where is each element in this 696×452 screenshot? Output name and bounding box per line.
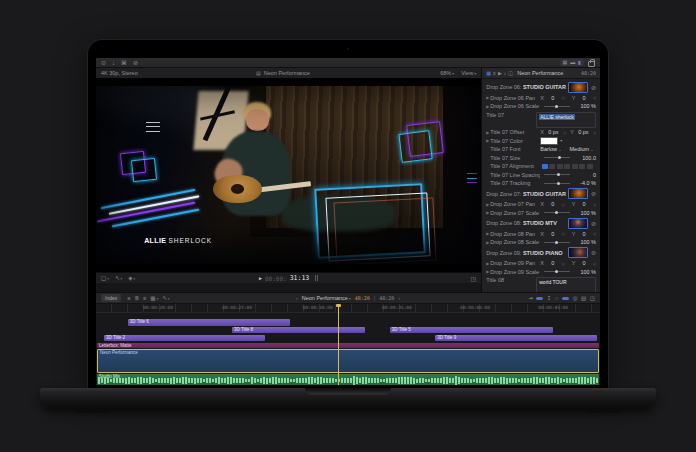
value-field[interactable]: 0 bbox=[583, 95, 586, 101]
text-input-field[interactable]: world TOUR bbox=[536, 277, 596, 292]
dropzone-thumbnail[interactable] bbox=[568, 82, 588, 93]
browser-toggle-icon[interactable]: ▦ bbox=[563, 59, 568, 66]
inspector-toggle-icon[interactable]: ▮ bbox=[578, 59, 581, 66]
alignment-button[interactable] bbox=[557, 164, 563, 169]
view-dropdown[interactable]: View bbox=[461, 70, 476, 76]
slider-value[interactable]: 0 bbox=[574, 172, 596, 178]
title-clip[interactable]: 3D Title 5 bbox=[390, 327, 553, 333]
zoom-level-dropdown[interactable]: 68% bbox=[440, 70, 454, 76]
sidebar-toggle-icon[interactable]: ⊙ bbox=[101, 58, 106, 68]
video-track: Neon Performance bbox=[96, 349, 600, 373]
matte-clip[interactable]: Letterbox: Matte bbox=[97, 343, 599, 348]
keyframe-icon[interactable]: ◇ bbox=[561, 202, 564, 207]
next-project-icon[interactable]: › bbox=[398, 295, 400, 301]
ruler-tick-label: 00:00:35:00 bbox=[382, 305, 412, 310]
title-inspector-tab-icon[interactable]: ≡ bbox=[493, 70, 496, 76]
timeline-project-title[interactable]: Neon Performance bbox=[302, 295, 351, 301]
value-field[interactable]: 0 bbox=[551, 231, 554, 237]
slider-value[interactable]: 100 % bbox=[574, 103, 596, 109]
slider-track[interactable] bbox=[544, 157, 570, 158]
keyframe-icon[interactable]: ◇ bbox=[593, 202, 596, 207]
clear-dropzone-icon[interactable]: ⊘ bbox=[591, 249, 596, 256]
color-dropdown-caret-icon[interactable]: ▾ bbox=[560, 138, 562, 143]
value-field[interactable]: 0 px bbox=[578, 129, 588, 135]
value-field[interactable]: 0 bbox=[551, 201, 554, 207]
keyframe-icon[interactable]: ◇ bbox=[561, 95, 564, 100]
inspector-panel: ▦ ≡ ▶ ♪ ⓘ Neon Performance 48:20 Drop Zo… bbox=[481, 68, 600, 292]
dropzone-thumbnail[interactable] bbox=[568, 188, 588, 199]
axis-label: X bbox=[540, 260, 544, 266]
matte-track: Letterbox: Matte bbox=[96, 343, 600, 348]
audio-meters-icon[interactable] bbox=[315, 275, 318, 281]
parameter-label: Title 07 bbox=[486, 112, 536, 118]
slider-track[interactable] bbox=[544, 183, 570, 184]
font-family-dropdown[interactable]: Barlow bbox=[540, 146, 561, 152]
value-field[interactable]: 0 bbox=[583, 231, 586, 237]
keyframe-icon[interactable]: ◇ bbox=[561, 261, 564, 266]
value-field[interactable]: 0 px bbox=[548, 129, 558, 135]
title-clip[interactable]: 3D Title 6 bbox=[128, 319, 290, 326]
dropzone-thumbnail[interactable] bbox=[568, 247, 588, 258]
parameter-label: Drop Zone 08 Scale bbox=[490, 239, 540, 245]
primary-video-clip[interactable]: Neon Performance bbox=[97, 349, 599, 373]
slider-value[interactable]: 100 % bbox=[574, 210, 596, 216]
generator-inspector-tab-icon[interactable]: ▶ bbox=[498, 70, 502, 76]
slider-value[interactable]: 100.0 bbox=[574, 155, 596, 161]
keyword-editor-icon[interactable]: ⌘ bbox=[121, 58, 127, 68]
keyframe-icon[interactable]: ◇ bbox=[593, 231, 596, 236]
slider-value[interactable]: 100 % bbox=[574, 269, 596, 275]
audio-clip[interactable]: Studio Mix bbox=[97, 374, 599, 385]
slider-track[interactable] bbox=[544, 106, 570, 107]
alignment-button[interactable] bbox=[564, 164, 570, 169]
play-button[interactable]: ▶ bbox=[259, 275, 262, 281]
lock-icon[interactable] bbox=[588, 61, 595, 67]
slider-track[interactable] bbox=[544, 212, 570, 213]
slider-value[interactable]: 100 % bbox=[574, 239, 596, 245]
timeline-toggle-icon[interactable]: ▬ bbox=[570, 59, 575, 66]
import-icon[interactable]: ↓ bbox=[112, 58, 115, 68]
time-separator: | bbox=[374, 295, 375, 301]
text-input-field[interactable]: ALLIE sherlock bbox=[536, 112, 596, 128]
alignment-button[interactable] bbox=[542, 164, 548, 169]
keyframe-icon[interactable]: ◇ bbox=[563, 130, 566, 135]
playhead[interactable] bbox=[338, 304, 339, 385]
artist-title-overlay: ALLIESHERLOCK bbox=[144, 237, 212, 244]
timeline-header: Index ≡ ≣ ≡ ▦ ↖ ‹ Neon Performance 48:20… bbox=[96, 292, 600, 304]
alignment-button[interactable] bbox=[572, 164, 578, 169]
keyframe-icon[interactable]: ◇ bbox=[593, 261, 596, 266]
slider-track[interactable] bbox=[544, 242, 570, 243]
video-inspector-tab-icon[interactable]: ▦ bbox=[486, 70, 491, 76]
previous-project-icon[interactable]: ‹ bbox=[296, 295, 298, 301]
dropzone-thumbnail[interactable] bbox=[568, 218, 588, 229]
info-inspector-tab-icon[interactable]: ⓘ bbox=[508, 70, 513, 76]
value-field[interactable]: 0 bbox=[551, 260, 554, 266]
title-clip[interactable]: 3D Title 2 bbox=[104, 335, 265, 341]
inspector-row-dropzone: Drop Zone 08: STUDIO MTV⊘ bbox=[482, 217, 600, 229]
value-field[interactable]: 0 bbox=[583, 201, 586, 207]
alignment-button[interactable] bbox=[579, 164, 585, 169]
value-field[interactable]: 0 bbox=[583, 260, 586, 266]
inspector-row-align: Title 07 Alignment bbox=[482, 162, 600, 170]
timeline-time-total: 48:20 bbox=[379, 295, 394, 301]
color-swatch[interactable] bbox=[540, 137, 558, 145]
clear-dropzone-icon[interactable]: ⊘ bbox=[591, 220, 596, 227]
slider-track[interactable] bbox=[544, 271, 570, 272]
value-field[interactable]: 0 bbox=[551, 95, 554, 101]
ruler-tick-label: 00:00:25:00 bbox=[222, 305, 252, 310]
clear-dropzone-icon[interactable]: ⊘ bbox=[591, 84, 596, 91]
keyframe-icon[interactable]: ◇ bbox=[561, 231, 564, 236]
timeline-ruler[interactable]: 00:00:20:0000:00:25:0000:00:30:0000:00:3… bbox=[96, 304, 600, 313]
keyframe-icon[interactable]: ◇ bbox=[593, 95, 596, 100]
keyframe-icon[interactable]: ◇ bbox=[593, 130, 596, 135]
slider-track[interactable] bbox=[544, 174, 570, 175]
inspector-row-xy: ▶Drop Zone 08 PanX0◇Y0◇ bbox=[482, 230, 600, 238]
alignment-button[interactable] bbox=[549, 164, 555, 169]
clear-dropzone-icon[interactable]: ⊘ bbox=[591, 190, 596, 197]
slider-value[interactable]: -4.0 % bbox=[574, 180, 596, 186]
audio-inspector-tab-icon[interactable]: ♪ bbox=[504, 70, 507, 76]
font-weight-dropdown[interactable]: Medium bbox=[570, 146, 594, 152]
background-tasks-icon[interactable]: ⊘ bbox=[133, 58, 138, 68]
alignment-button[interactable] bbox=[587, 164, 593, 169]
title-clip[interactable]: 3D Title 8 bbox=[232, 327, 365, 333]
title-clip[interactable]: 3D Title 9 bbox=[435, 335, 597, 341]
